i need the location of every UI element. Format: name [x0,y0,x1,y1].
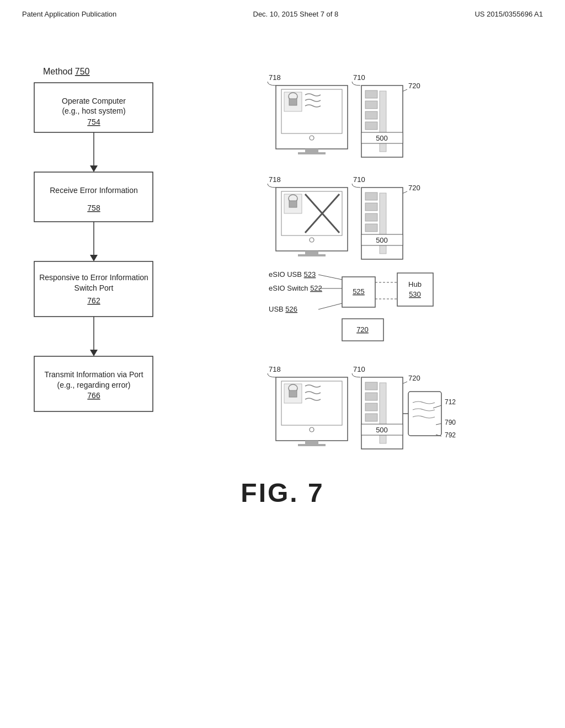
d1-drive2 [365,101,377,109]
d3-720-label: 720 [356,325,369,334]
d2-base [298,254,326,256]
step1-number: 754 [87,117,100,126]
d2-710-label: 710 [353,175,365,184]
d2-stand [305,251,318,254]
d1-drive1 [365,90,377,98]
header-right: US 2015/0355696 A1 [475,10,543,18]
step4-line2: (e.g., regarding error) [57,381,130,389]
d4-500-label: 500 [376,426,388,434]
header-left: Patent Application Publication [22,10,116,18]
d1-710-bracket [352,82,360,85]
d1-drive3 [365,111,377,119]
d4-710-label: 710 [353,365,365,373]
arrow3-head [90,350,98,356]
d3-usb-label: USB 526 [269,305,297,313]
d2-drive2 [365,203,377,211]
step1-line2: (e.g., host system) [62,106,125,115]
method-label: Method 750 [43,67,90,76]
d4-base [298,444,326,446]
step3-line2: Switch Port [74,283,114,292]
d3-esio-switch-label: eSIO Switch 522 [269,284,322,292]
d4-792-label: 792 [445,431,456,439]
d3-530-label: 530 [409,290,421,298]
d2-drive1 [365,192,377,200]
step2-line1: Receive Error Information [50,186,138,195]
d1-base [298,152,326,154]
d1-718-label: 718 [269,73,281,82]
d4-710-bracket [352,373,360,377]
d4-718-label: 718 [269,365,281,373]
step3-line1: Responsive to Error Information [39,273,148,282]
step4-line1: Transmit Information via Port [44,370,143,379]
d3-esio-usb-label: eSIO USB 523 [269,270,316,279]
d1-500-label: 500 [376,134,388,142]
arrow2-head [90,255,98,261]
d4-tablet [408,392,441,436]
d2-500-label: 500 [376,236,388,244]
d3-line-usb2 [318,303,342,309]
d2-lock-body [289,201,297,207]
d2-drive3 [365,213,377,221]
d1-drive4 [365,122,377,130]
d3-hub-box [397,273,433,306]
d4-790-label: 790 [445,419,456,426]
d4-718-bracket [268,373,276,377]
d4-stand [305,441,318,444]
step4-number: 766 [87,391,100,400]
fig-label: FIG. 7 [241,478,324,507]
d1-lock-body [289,99,297,105]
d2-710-bracket [352,184,360,188]
d4-lock-body [289,390,297,397]
d3-line-usb [318,275,342,280]
step3-number: 762 [87,296,100,305]
d4-720-label: 720 [408,374,420,382]
d4-drive3 [365,403,377,411]
d3-hub-label: Hub [408,280,422,288]
d4-drive1 [365,382,377,390]
step2-box [34,172,153,222]
d3-525-label: 525 [353,287,365,296]
step2-number: 758 [87,204,100,212]
d1-718-bracket [268,82,276,85]
d2-718-label: 718 [269,175,281,184]
header-middle: Dec. 10, 2015 Sheet 7 of 8 [253,10,339,18]
main-diagram: Method 750 Operate Computer (e.g., host … [0,22,565,728]
arrow1-head [90,165,98,172]
step1-line1: Operate Computer [62,97,126,105]
d4-drive2 [365,393,377,400]
d2-718-bracket [268,184,276,188]
d2-drive4 [365,224,377,232]
page-header: Patent Application Publication Dec. 10, … [0,0,565,18]
d4-712-label: 712 [445,398,456,406]
d4-drive4 [365,414,377,421]
d1-710-label: 710 [353,73,365,82]
d2-720-label: 720 [408,184,420,192]
d1-720-label: 720 [408,82,420,90]
d1-stand [305,149,318,152]
